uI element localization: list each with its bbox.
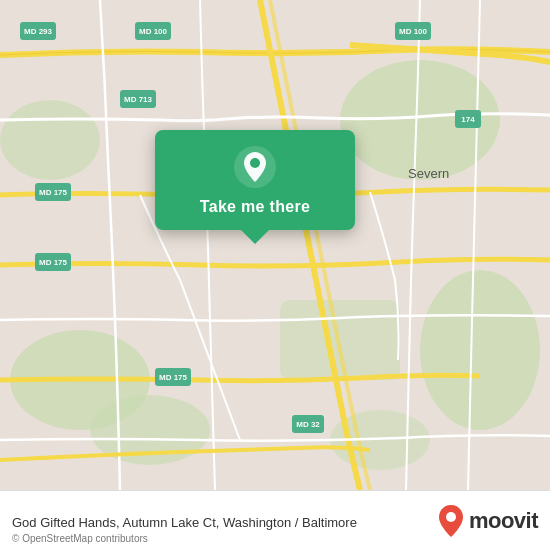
svg-text:MD 293: MD 293 xyxy=(24,27,53,36)
map-container: MD 293 MD 100 MD 100 MD 713 174 MD 175 M… xyxy=(0,0,550,490)
svg-text:MD 713: MD 713 xyxy=(124,95,153,104)
svg-text:MD 175: MD 175 xyxy=(159,373,188,382)
take-me-there-button[interactable]: Take me there xyxy=(200,198,310,216)
bottom-bar: © OpenStreetMap contributors God Gifted … xyxy=(0,490,550,550)
moovit-pin-icon xyxy=(437,504,465,538)
svg-text:MD 175: MD 175 xyxy=(39,258,68,267)
map-svg: MD 293 MD 100 MD 100 MD 713 174 MD 175 M… xyxy=(0,0,550,490)
svg-text:MD 100: MD 100 xyxy=(139,27,168,36)
moovit-wordmark: moovit xyxy=(469,508,538,534)
svg-text:MD 32: MD 32 xyxy=(296,420,320,429)
svg-point-29 xyxy=(250,158,260,168)
location-popup: Take me there xyxy=(155,130,355,230)
svg-point-2 xyxy=(420,270,540,430)
svg-text:MD 100: MD 100 xyxy=(399,27,428,36)
moovit-logo: moovit xyxy=(437,504,538,538)
copyright-text: © OpenStreetMap contributors xyxy=(12,533,148,544)
svg-text:MD 175: MD 175 xyxy=(39,188,68,197)
location-description: God Gifted Hands, Autumn Lake Ct, Washin… xyxy=(12,514,437,532)
svg-point-30 xyxy=(446,512,456,522)
svg-point-4 xyxy=(0,100,100,180)
svg-text:174: 174 xyxy=(461,115,475,124)
location-pin-icon xyxy=(234,146,276,188)
svg-text:Severn: Severn xyxy=(408,166,449,181)
